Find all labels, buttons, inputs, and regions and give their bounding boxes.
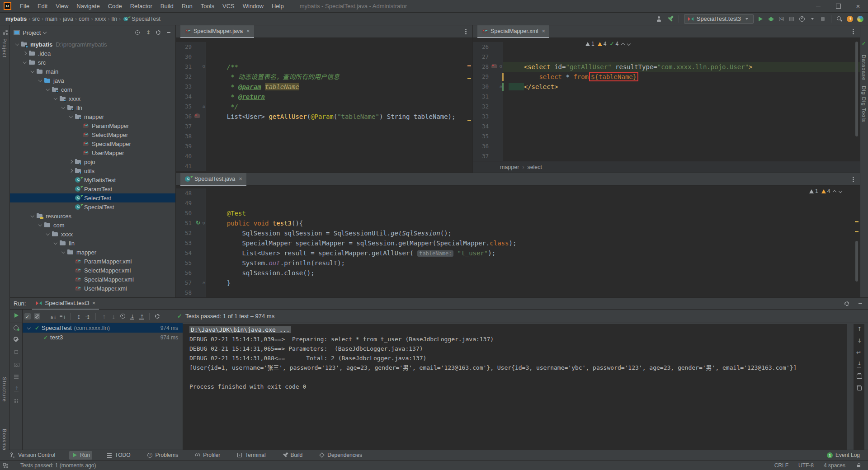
menu-file[interactable]: File: [16, 3, 33, 9]
line-number[interactable]: 36: [185, 112, 192, 122]
status-utf-8[interactable]: UTF-8: [798, 462, 814, 469]
line-number[interactable]: 33: [185, 82, 192, 92]
line-number[interactable]: 54: [185, 248, 192, 258]
tree-item-com[interactable]: com: [10, 85, 175, 94]
code-line[interactable]: 26: [473, 42, 860, 52]
gutter[interactable]: 50: [176, 208, 206, 218]
tree-chevron[interactable]: [60, 251, 67, 253]
tab-special-mapper-xml[interactable]: SpecialMapper.xml ×: [477, 25, 549, 38]
code-area[interactable]: 484950 @Test51⌂ public void test3(){52 S…: [176, 186, 860, 298]
code-line[interactable]: 27: [473, 52, 860, 62]
gutter[interactable]: 48: [176, 188, 206, 198]
gutter[interactable]: 34: [473, 122, 503, 132]
line-number[interactable]: 30: [185, 52, 192, 62]
console-line[interactable]: D:\Java\JDK\bin\java.exe ...: [189, 325, 847, 334]
line-number[interactable]: 49: [185, 198, 192, 208]
tree-item-selectmapper.xml[interactable]: SelectMapper.xml: [10, 266, 175, 275]
more-options-icon[interactable]: [462, 28, 469, 35]
line-number[interactable]: 35: [185, 102, 192, 112]
gutter[interactable]: 29: [473, 72, 503, 82]
console-line[interactable]: [189, 372, 847, 382]
toolwindow-button-terminal[interactable]: Terminal: [234, 451, 268, 460]
fold-marker-icon[interactable]: ⌂: [203, 62, 205, 72]
code-line[interactable]: 48: [176, 188, 860, 198]
tree-item-selectmapper[interactable]: SelectMapper: [10, 130, 175, 139]
tree-chevron[interactable]: [29, 70, 36, 72]
gutter[interactable]: 26: [473, 42, 503, 52]
code-line[interactable]: 35: [473, 132, 860, 141]
tree-item-xxxx[interactable]: xxxx: [10, 94, 175, 103]
line-number[interactable]: 52: [185, 228, 192, 238]
gutter[interactable]: 34: [176, 92, 206, 102]
right-stripe-tab-database[interactable]: Database: [861, 55, 867, 80]
tree-item-specialmapper.xml[interactable]: SpecialMapper.xml: [10, 275, 175, 284]
run-console[interactable]: D:\Java\JDK\bin\java.exe ...DEBUG 02-21 …: [183, 324, 847, 450]
sidebar-tab-structure[interactable]: Structure: [2, 377, 7, 402]
code-line[interactable]: 30⌂ </select>: [473, 82, 860, 92]
close-tab-icon[interactable]: ×: [542, 28, 546, 34]
hammer-icon[interactable]: [667, 16, 674, 22]
unlock-icon[interactable]: [855, 462, 862, 469]
run-icon[interactable]: [757, 16, 764, 22]
scrollbar-thumb[interactable]: [855, 241, 858, 282]
run-tab-special-test3[interactable]: SpecialTest.test3 ×: [32, 298, 99, 310]
tree-item-com[interactable]: com: [10, 221, 175, 230]
gutter[interactable]: 36: [176, 112, 206, 122]
code-line[interactable]: 37: [176, 122, 472, 132]
gutter[interactable]: 37: [176, 122, 206, 132]
line-number[interactable]: 34: [185, 92, 192, 102]
grid-icon[interactable]: [13, 398, 19, 404]
export-results-icon[interactable]: [138, 313, 145, 320]
toolwindow-button-profiler[interactable]: Profiler: [192, 451, 222, 460]
close-tab-icon[interactable]: ×: [246, 28, 250, 34]
tree-chevron[interactable]: [21, 52, 28, 55]
menu-run[interactable]: Run: [178, 3, 197, 9]
code-line[interactable]: 55 System.out.println(result);: [176, 258, 860, 268]
hide-icon[interactable]: [165, 29, 172, 36]
chevron-up-icon[interactable]: [621, 43, 625, 47]
line-number[interactable]: 56: [185, 268, 192, 278]
tree-item-mapper[interactable]: mapper: [10, 112, 175, 121]
code-area[interactable]: 262728⌂ <select id="getAllUser" resultTy…: [473, 38, 860, 161]
code-line[interactable]: 37: [473, 151, 860, 161]
code-line[interactable]: 33: [473, 112, 860, 122]
gutter[interactable]: 31: [473, 92, 503, 102]
tree-chevron[interactable]: [52, 242, 59, 244]
breadcrumb-mapper[interactable]: mapper: [500, 164, 519, 170]
line-number[interactable]: 34: [482, 122, 489, 132]
xml-breadcrumb[interactable]: mapper › select: [473, 161, 860, 173]
code-line[interactable]: 30: [176, 52, 472, 62]
chevron-down-icon[interactable]: [25, 327, 33, 329]
run-test-gutter-icon[interactable]: [196, 220, 200, 226]
line-number[interactable]: 35: [482, 132, 489, 141]
chevron-down-icon[interactable]: [43, 30, 47, 33]
toolwindow-button-todo[interactable]: TODO: [104, 451, 132, 460]
swap-icon[interactable]: [145, 29, 151, 36]
tree-chevron[interactable]: [67, 116, 75, 118]
line-number[interactable]: 37: [482, 151, 489, 161]
gutter[interactable]: 40: [176, 151, 206, 161]
line-number[interactable]: 32: [185, 72, 192, 82]
sort-duration-icon[interactable]: [59, 313, 66, 320]
code-line[interactable]: 34 * @return: [176, 92, 472, 102]
line-number[interactable]: 41: [185, 161, 192, 171]
code-line[interactable]: 40: [176, 151, 472, 161]
gutter[interactable]: 58: [176, 288, 206, 298]
scrollbar-thumb[interactable]: [855, 42, 858, 136]
code-line[interactable]: 50 @Test: [176, 208, 860, 218]
tree-item-mybatistest[interactable]: MyBatisTest: [10, 175, 175, 184]
code-line[interactable]: 34: [473, 122, 860, 132]
up-icon[interactable]: [856, 326, 862, 332]
line-number[interactable]: 26: [482, 42, 489, 52]
dropdown-icon[interactable]: [809, 16, 816, 22]
tree-chevron[interactable]: [44, 89, 52, 90]
gutter[interactable]: 35: [473, 132, 503, 141]
right-stripe-tab-dig-dig-tools[interactable]: Dig Dig Tools: [861, 86, 867, 122]
breadcrumb-item[interactable]: main: [45, 16, 57, 22]
sort-alpha-icon[interactable]: [50, 313, 56, 320]
menu-help[interactable]: Help: [268, 3, 288, 9]
event-log-button[interactable]: 1 Event Log: [827, 452, 860, 458]
sphere-icon[interactable]: [857, 16, 863, 22]
fold-marker-icon[interactable]: ⌂: [500, 62, 502, 72]
line-number[interactable]: 37: [185, 122, 192, 132]
